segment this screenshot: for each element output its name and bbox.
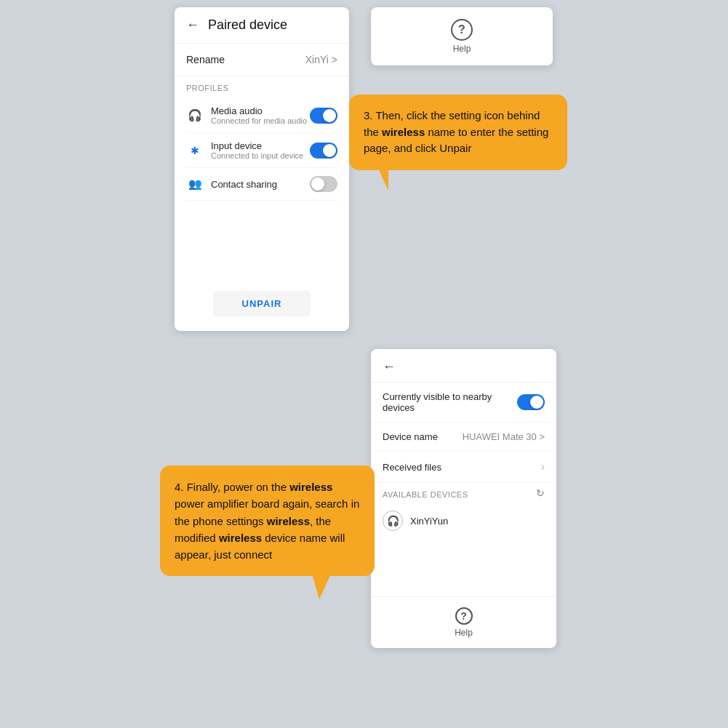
device-name-row[interactable]: Device name HUAWEI Mate 30 > <box>371 423 556 452</box>
bubble4-wireless-2: wireless <box>267 515 310 527</box>
paired-device-card: ← Paired device Rename XinYi > PROFILES … <box>175 7 349 331</box>
bt-help-row: ? Help <box>371 596 556 648</box>
visibility-toggle[interactable] <box>517 394 545 410</box>
media-audio-desc: Connected for media audio <box>211 116 310 125</box>
loading-spinner-icon: ↻ <box>536 487 545 499</box>
help-card-top: ? Help <box>371 7 553 65</box>
contact-sharing-icon: 👥 <box>186 175 204 193</box>
input-device-name: Input device <box>211 140 310 151</box>
device-name-value: HUAWEI Mate 30 > <box>463 431 545 442</box>
unpair-section: UNPAIR <box>175 276 349 331</box>
device-name: XinYiYun <box>410 516 448 527</box>
profiles-heading: PROFILES <box>186 84 337 92</box>
bubble3-text-wireless: wireless <box>382 126 425 138</box>
media-audio-row: 🎧 Media audio Connected for media audio <box>186 98 337 133</box>
input-device-toggle[interactable] <box>310 143 337 159</box>
media-audio-name: Media audio <box>211 105 310 116</box>
back-arrow-icon[interactable]: ← <box>186 17 199 33</box>
media-audio-icon: 🎧 <box>186 107 204 124</box>
media-audio-info: Media audio Connected for media audio <box>211 105 310 125</box>
help-label-top: Help <box>453 44 471 54</box>
input-device-desc: Connected to input device <box>211 151 310 160</box>
available-devices-heading: AVAILABLE DEVICES <box>371 483 480 503</box>
input-device-row: ✱ Input device Connected to input device <box>186 133 337 168</box>
contact-sharing-info: Contact sharing <box>211 179 310 190</box>
xinyi-device-row[interactable]: 🎧 XinYiYun <box>371 503 556 538</box>
unpair-button[interactable]: UNPAIR <box>213 291 311 316</box>
help-icon: ? <box>451 19 473 41</box>
bt-help-label: Help <box>455 628 473 638</box>
speech-bubble-4: 4. Finally, power on the wireless power … <box>160 465 375 576</box>
bubble4-wireless-1: wireless <box>289 481 332 493</box>
page-title: Paired device <box>208 17 287 33</box>
media-audio-toggle[interactable] <box>310 108 337 124</box>
contact-sharing-toggle[interactable] <box>310 176 337 192</box>
rename-label: Rename <box>186 54 225 65</box>
profiles-section: PROFILES 🎧 Media audio Connected for med… <box>175 76 349 204</box>
bt-back-arrow-icon[interactable]: ← <box>383 359 396 374</box>
chevron-right-icon: › <box>541 460 545 473</box>
bluetooth-card: ← Currently visible to nearby devices De… <box>371 349 556 648</box>
visibility-row: Currently visible to nearby devices <box>371 383 556 423</box>
rename-value: XinYi > <box>305 54 337 65</box>
card-header: ← Paired device <box>175 7 349 44</box>
received-files-row[interactable]: Received files › <box>371 452 556 483</box>
input-device-info: Input device Connected to input device <box>211 140 310 160</box>
bubble4-wireless-3: wireless <box>219 532 262 544</box>
rename-row[interactable]: Rename XinYi > <box>175 44 349 76</box>
bubble4-text-1: 4. Finally, power on the <box>175 481 289 493</box>
speech-bubble-3: 3. Then, click the setting icon behind t… <box>349 95 567 170</box>
received-files-label: Received files <box>383 462 441 473</box>
contact-sharing-row: 👥 Contact sharing <box>186 168 337 201</box>
visibility-label: Currently visible to nearby devices <box>383 391 517 413</box>
contact-sharing-name: Contact sharing <box>211 179 310 190</box>
bt-back-header: ← <box>371 349 556 383</box>
device-headphone-icon: 🎧 <box>383 511 403 531</box>
device-name-label: Device name <box>383 431 438 442</box>
bt-help-icon: ? <box>455 607 473 625</box>
bluetooth-icon: ✱ <box>186 142 204 159</box>
